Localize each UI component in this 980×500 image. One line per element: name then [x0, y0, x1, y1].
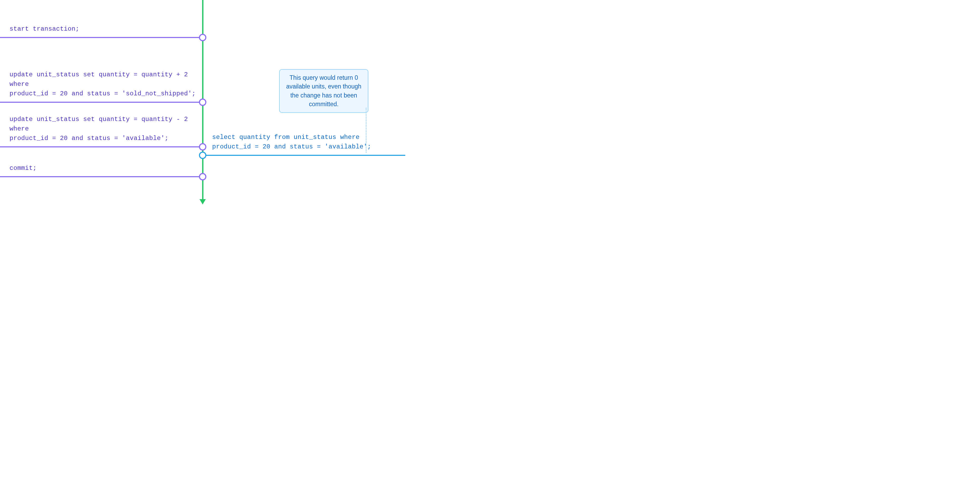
event-line: [0, 146, 203, 147]
txn-event-start: start transaction;: [0, 24, 203, 38]
code-text: start transaction;: [0, 24, 203, 37]
event-dot-icon: [199, 34, 206, 41]
code-text: commit;: [0, 163, 203, 176]
callout-box: This query would return 0 available unit…: [279, 69, 368, 113]
txn-event-update-available: update unit_status set quantity = quanti…: [0, 115, 203, 147]
callout-connector: [366, 108, 366, 153]
event-dot-icon: [199, 99, 206, 106]
txn-event-commit: commit;: [0, 163, 203, 177]
code-text: update unit_status set quantity = quanti…: [0, 70, 203, 102]
event-line: [0, 102, 203, 103]
event-line: [203, 155, 405, 156]
code-text: select quantity from unit_status where p…: [203, 133, 405, 155]
event-line: [0, 176, 203, 177]
arrow-down-icon: [199, 199, 206, 204]
callout-text: This query would return 0 available unit…: [286, 74, 361, 107]
txn-event-update-sold: update unit_status set quantity = quanti…: [0, 70, 203, 103]
event-dot-icon: [199, 152, 206, 159]
code-text: update unit_status set quantity = quanti…: [0, 115, 203, 146]
event-dot-icon: [199, 173, 206, 181]
session2-event-select: select quantity from unit_status where p…: [203, 133, 405, 156]
event-line: [0, 37, 203, 38]
